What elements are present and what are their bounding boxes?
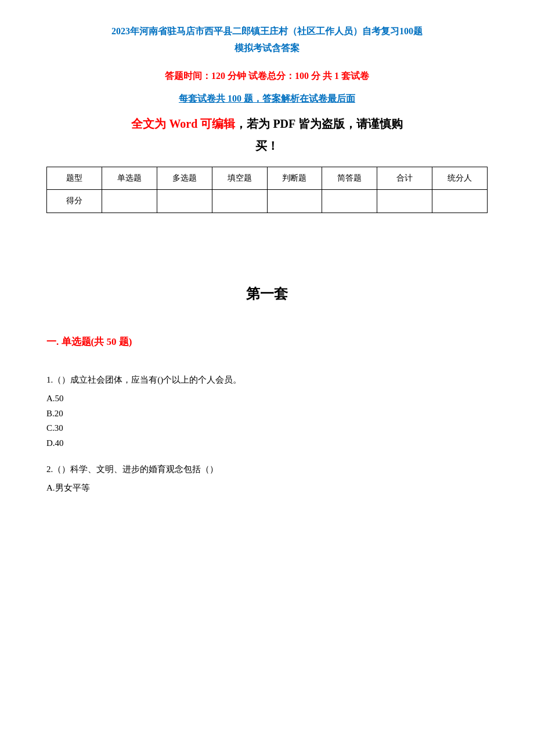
table-score-judge (267, 190, 322, 213)
table-score-single (102, 190, 157, 213)
table-score-short (322, 190, 377, 213)
question-2-text: 2.（）科学、文明、进步的婚育观念包括（） (46, 462, 488, 476)
question-1: 1.（）成立社会团体，应当有()个以上的个人会员。 A.50 B.20 C.30… (46, 373, 488, 451)
table-header-scorer: 统分人 (432, 167, 488, 189)
table-score-multi (157, 190, 212, 213)
question-1-option-d: D.40 (46, 436, 488, 451)
table-score-fill (212, 190, 267, 213)
table-header-short: 简答题 (322, 167, 377, 189)
question-1-option-b: B.20 (46, 406, 488, 422)
set-title: 第一套 (46, 283, 488, 305)
exam-info: 答题时间：120 分钟 试卷总分：100 分 共 1 套试卷 (46, 69, 488, 84)
table-header-type: 题型 (47, 167, 102, 189)
table-score-scorer (432, 190, 488, 213)
buy-notice: 买！ (46, 136, 488, 155)
table-score-total (377, 190, 432, 213)
table-header-total: 合计 (377, 167, 432, 189)
question-1-option-c: C.30 (46, 421, 488, 436)
word-notice-part1: 全文为 Word 可编辑 (131, 117, 235, 130)
title-line2: 模拟考试含答案 (46, 40, 488, 57)
question-2-option-a: A.男女平等 (46, 481, 488, 496)
word-notice-part2: ，若为 PDF 皆为盗版，请谨慎购 (235, 117, 402, 130)
table-header-row: 题型 单选题 多选题 填空题 判断题 简答题 合计 统分人 (47, 167, 488, 189)
notice-underline: 每套试卷共 100 题，答案解析在试卷最后面 (46, 91, 488, 106)
table-score-label: 得分 (47, 190, 102, 213)
score-table: 题型 单选题 多选题 填空题 判断题 简答题 合计 统分人 得分 (46, 167, 488, 213)
table-score-row: 得分 (47, 190, 488, 213)
table-header-multi: 多选题 (157, 167, 212, 189)
document-title: 2023年河南省驻马店市西平县二郎镇王庄村（社区工作人员）自考复习100题 模拟… (46, 23, 488, 57)
table-header-single: 单选题 (102, 167, 157, 189)
question-1-option-a: A.50 (46, 391, 488, 406)
question-1-text: 1.（）成立社会团体，应当有()个以上的个人会员。 (46, 373, 488, 387)
title-line1: 2023年河南省驻马店市西平县二郎镇王庄村（社区工作人员）自考复习100题 (46, 23, 488, 40)
table-header-judge: 判断题 (267, 167, 322, 189)
section1-heading: 一. 单选题(共 50 题) (46, 334, 488, 350)
question-2: 2.（）科学、文明、进步的婚育观念包括（） A.男女平等 (46, 462, 488, 496)
table-header-fill: 填空题 (212, 167, 267, 189)
word-notice: 全文为 Word 可编辑，若为 PDF 皆为盗版，请谨慎购 (46, 114, 488, 133)
